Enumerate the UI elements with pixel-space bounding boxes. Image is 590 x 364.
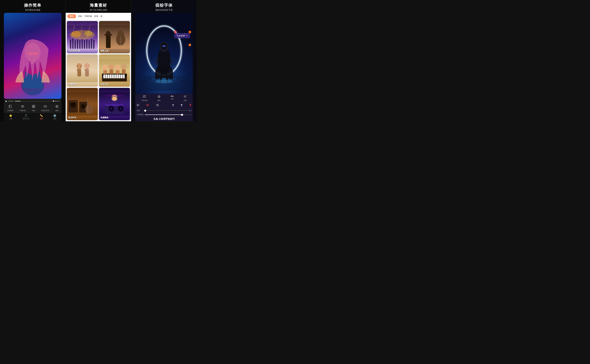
settings-icon: ⚙️ bbox=[53, 114, 56, 117]
svg-point-133 bbox=[158, 96, 159, 97]
card-newmusic[interactable]: 新歌上架 bbox=[99, 21, 130, 53]
tool-filter[interactable]: 滤镜 bbox=[55, 105, 58, 112]
opacity-thumb bbox=[181, 114, 183, 116]
stroke-percent: 0% bbox=[189, 110, 191, 112]
font-label: 字体 bbox=[170, 98, 174, 100]
handle-close[interactable]: ✕ bbox=[174, 31, 177, 33]
card-top10-bg bbox=[67, 21, 98, 53]
tool-subtitle-effect[interactable]: 字幕特效 bbox=[141, 95, 148, 102]
girl-illustration bbox=[4, 13, 62, 99]
handle-settings-2[interactable]: 🔧 bbox=[188, 44, 191, 46]
svg-rect-14 bbox=[32, 107, 33, 108]
card-friends-label: 友谊万岁 bbox=[100, 83, 109, 85]
tool-subtitle[interactable]: T 字幕特效 bbox=[19, 105, 26, 112]
tool-color[interactable]: 颜色 bbox=[157, 95, 161, 102]
svg-rect-30 bbox=[75, 40, 76, 49]
edit-label: 编辑 bbox=[40, 118, 43, 120]
align-left-btn[interactable] bbox=[137, 104, 140, 107]
card-happy[interactable]: 欢乐时光 bbox=[67, 88, 98, 120]
theme-label: 主题 bbox=[9, 118, 12, 120]
subtitle-label: 字幕特效 bbox=[19, 110, 26, 112]
card-top10[interactable]: Top10排行榜 bbox=[67, 21, 98, 53]
tool-font[interactable]: Aa 字体 bbox=[170, 95, 174, 102]
cool-text-overlay[interactable]: ◀ cool ▶ bbox=[174, 33, 190, 38]
nav-edit[interactable]: ✏️ 编辑 bbox=[40, 114, 43, 120]
card-romantic[interactable]: 浪漫维度 bbox=[67, 54, 98, 87]
nav-music[interactable]: 🎵 音乐,声音 bbox=[23, 114, 29, 120]
opacity-label: 不透明度 bbox=[137, 113, 144, 116]
text-style-red[interactable]: T bbox=[189, 104, 191, 107]
handle-pin[interactable]: 📍 bbox=[188, 31, 191, 33]
align-right-btn[interactable] bbox=[156, 104, 159, 107]
tool-settings-3[interactable]: 设置 bbox=[183, 95, 187, 102]
filter-icon bbox=[55, 105, 58, 109]
svg-rect-73 bbox=[110, 74, 112, 78]
panel1-title: 操作简单 bbox=[24, 3, 41, 8]
tab-transition[interactable]: 转场 bbox=[94, 15, 98, 18]
tab-subtitle[interactable]: 字幕特效 bbox=[84, 15, 92, 18]
tab-filter[interactable]: 滤 bbox=[100, 15, 102, 18]
svg-point-134 bbox=[159, 96, 160, 97]
tool-bg[interactable]: 背景及比例 bbox=[41, 105, 49, 112]
panel2-header: 海量素材 热门音乐网红滤镜 bbox=[66, 0, 131, 13]
tool-clip[interactable]: 片段编辑 bbox=[7, 105, 13, 112]
panel3-header: 缤纷字体 编辑你的电影字幕 bbox=[131, 0, 197, 13]
opacity-row: 不透明度 bbox=[135, 113, 193, 117]
svg-rect-28 bbox=[70, 39, 71, 49]
svg-rect-112 bbox=[117, 97, 118, 98]
settings3-icon bbox=[183, 95, 187, 99]
stroke-label: 描边 bbox=[137, 109, 141, 112]
align-center-btn[interactable] bbox=[146, 104, 149, 107]
svg-rect-34 bbox=[84, 40, 85, 49]
tab-effects[interactable]: 特效 bbox=[78, 15, 82, 18]
svg-rect-13 bbox=[34, 105, 35, 106]
clip-icon bbox=[9, 105, 12, 109]
svg-point-57 bbox=[76, 63, 82, 69]
svg-rect-79 bbox=[123, 74, 125, 78]
video-preview-3: ◀ cool ▶ ✕ 📍 🔧 bbox=[135, 13, 193, 94]
svg-point-128 bbox=[156, 80, 173, 83]
svg-rect-84 bbox=[103, 70, 107, 74]
stroke-slider[interactable] bbox=[142, 110, 188, 111]
svg-rect-76 bbox=[116, 74, 118, 78]
panel1-header: 操作简单 制作爆款短视频 bbox=[24, 0, 41, 13]
svg-text:T: T bbox=[22, 105, 23, 106]
svg-rect-16 bbox=[44, 106, 46, 107]
panel-materials: 海量素材 热门音乐网红滤镜 配乐 特效 字幕特效 转场 滤 bbox=[65, 0, 131, 121]
svg-rect-72 bbox=[108, 74, 110, 78]
opacity-slider[interactable] bbox=[145, 115, 191, 115]
svg-rect-35 bbox=[86, 39, 87, 49]
text-style-bold[interactable]: T bbox=[181, 104, 182, 107]
svg-point-81 bbox=[109, 64, 114, 70]
watermark: 头条 @实用手机技巧 bbox=[135, 117, 193, 121]
card-dance-bg bbox=[99, 88, 130, 120]
svg-point-98 bbox=[85, 105, 93, 114]
svg-rect-3 bbox=[28, 52, 33, 55]
color-icon bbox=[157, 95, 161, 99]
stroke-row: 描边 0% bbox=[135, 108, 193, 113]
nav-theme[interactable]: ⭐ 主题 bbox=[9, 114, 12, 120]
tab-music[interactable]: 配乐 bbox=[67, 14, 76, 18]
card-dance-label: 动感舞曲 bbox=[100, 116, 109, 119]
tool-transition[interactable]: 转场 bbox=[32, 105, 35, 112]
svg-rect-42 bbox=[99, 26, 130, 49]
toolbar-1: 片段编辑 T 字幕特效 转场 背景及比例 滤镜 bbox=[4, 104, 62, 113]
card-romantic-label: 浪漫维度 bbox=[68, 83, 76, 85]
card-friends[interactable]: 友谊万岁 bbox=[99, 54, 130, 87]
card-happy-label: 欢乐时光 bbox=[68, 116, 76, 119]
panel3-subtitle: 编辑你的电影字幕 bbox=[131, 9, 197, 11]
color-label: 颜色 bbox=[157, 99, 161, 102]
nav-settings[interactable]: ⚙️ 设置 bbox=[53, 114, 56, 120]
panel-font: 缤纷字体 编辑你的电影字幕 bbox=[131, 0, 197, 121]
bg-label: 背景及比例 bbox=[41, 110, 49, 112]
video-preview-1 bbox=[4, 13, 62, 99]
align-row: T T T bbox=[135, 102, 193, 108]
card-dance[interactable]: 动感舞曲 bbox=[99, 88, 130, 120]
progress-bar[interactable] bbox=[15, 101, 53, 101]
svg-rect-77 bbox=[118, 74, 120, 78]
card-friends-bg bbox=[99, 54, 130, 87]
play-button[interactable]: ▶ bbox=[6, 100, 7, 102]
svg-rect-75 bbox=[114, 74, 116, 78]
theme-icon: ⭐ bbox=[9, 114, 12, 117]
text-style-normal[interactable]: T bbox=[172, 104, 174, 107]
